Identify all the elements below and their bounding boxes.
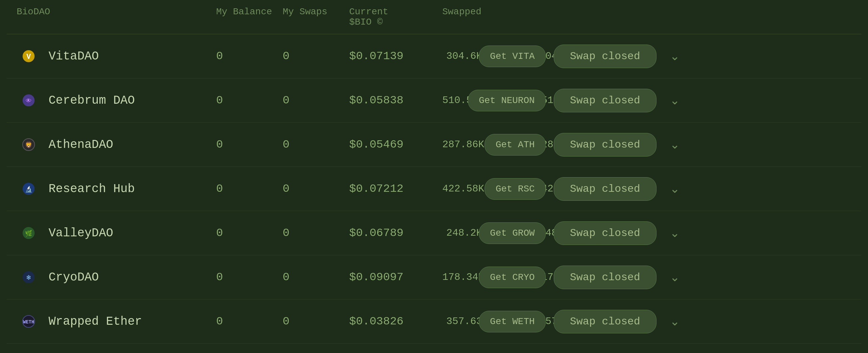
- expand-button-athenadao[interactable]: ⌄: [664, 135, 685, 154]
- svg-text:🔬: 🔬: [25, 186, 33, 193]
- swaps-valleydao: 0: [283, 227, 349, 239]
- table-row: 🌿 ValleyDAO 0 0 $0.06789 248.2K 248.2K G…: [7, 211, 861, 255]
- price-vitadao: $0.07139: [349, 50, 442, 63]
- balance-wrappedether: 0: [216, 315, 283, 328]
- header-actions: [592, 7, 685, 27]
- swapped-start-wrappedether: 357.63: [442, 316, 482, 327]
- svg-text:V: V: [26, 53, 31, 61]
- dao-name-researchhub: Research Hub: [49, 182, 135, 196]
- price-wrappedether: $0.03826: [349, 315, 442, 328]
- actions-cell-wrappedether: Get WETH Swap closed ⌄: [592, 310, 685, 333]
- dao-icon-researchhub: 🔬: [17, 177, 40, 201]
- dao-table: BioDAO My Balance My Swaps Current $BIO …: [0, 0, 868, 344]
- header-price: Current $BIO ©: [349, 7, 442, 27]
- balance-researchhub: 0: [216, 183, 283, 195]
- expand-button-valleydao[interactable]: ⌄: [664, 223, 685, 243]
- rows-container: V VitaDAO 0 0 $0.07139 304.6K 304.6K Get…: [7, 34, 861, 344]
- actions-cell-researchhub: Get RSC Swap closed ⌄: [592, 177, 685, 201]
- header-swapped: Swapped: [442, 7, 592, 27]
- price-researchhub: $0.07212: [349, 183, 442, 195]
- swap-closed-button-wrappedether[interactable]: Swap closed: [554, 310, 656, 333]
- swap-closed-button-cerebrumdao[interactable]: Swap closed: [554, 89, 656, 113]
- balance-athenadao: 0: [216, 138, 283, 151]
- swaps-athenadao: 0: [283, 138, 349, 151]
- get-button-researchhub[interactable]: Get RSC: [485, 178, 546, 200]
- dao-icon-vitadao: V: [17, 44, 40, 68]
- dao-cell-wrappedether: WETH Wrapped Ether: [17, 310, 216, 333]
- table-header: BioDAO My Balance My Swaps Current $BIO …: [7, 0, 861, 34]
- swap-closed-button-valleydao[interactable]: Swap closed: [554, 221, 656, 245]
- swap-closed-button-athenadao[interactable]: Swap closed: [554, 133, 656, 157]
- actions-cell-athenadao: Get ATH Swap closed ⌄: [592, 133, 685, 157]
- price-athenadao: $0.05469: [349, 138, 442, 151]
- dao-name-athenadao: AthenaDAO: [49, 138, 113, 152]
- actions-cell-cryodao: Get CRYO Swap closed ⌄: [592, 265, 685, 289]
- expand-button-researchhub[interactable]: ⌄: [664, 179, 685, 198]
- header-balance: My Balance: [216, 7, 283, 27]
- swapped-start-cryodao: 178.34K: [442, 271, 484, 283]
- dao-name-wrappedether: Wrapped Ether: [49, 315, 142, 328]
- dao-icon-cerebrumdao: 👁: [17, 88, 40, 113]
- dao-icon-cryodao: ❄: [17, 265, 40, 289]
- balance-cryodao: 0: [216, 271, 283, 284]
- swap-closed-button-vitadao[interactable]: Swap closed: [554, 44, 656, 68]
- expand-button-wrappedether[interactable]: ⌄: [664, 312, 685, 331]
- dao-name-valleydao: ValleyDAO: [49, 226, 113, 240]
- swap-closed-button-researchhub[interactable]: Swap closed: [554, 177, 656, 201]
- table-row: 👁 Cerebrum DAO 0 0 $0.05838 510.51M 510.…: [7, 78, 861, 123]
- dao-icon-athenadao: 🦁: [17, 133, 40, 157]
- table-row: V VitaDAO 0 0 $0.07139 304.6K 304.6K Get…: [7, 34, 861, 78]
- get-button-cerebrumdao[interactable]: Get NEURON: [468, 90, 546, 111]
- dao-cell-researchhub: 🔬 Research Hub: [17, 177, 216, 201]
- table-row: 🦁 AthenaDAO 0 0 $0.05469 287.86K 287.86K…: [7, 123, 861, 167]
- table-row: ❄ CryoDAO 0 0 $0.09097 178.34K 178.34K G…: [7, 255, 861, 299]
- dao-name-vitadao: VitaDAO: [49, 50, 99, 63]
- price-cryodao: $0.09097: [349, 271, 442, 284]
- swaps-researchhub: 0: [283, 183, 349, 195]
- header-swaps: My Swaps: [283, 7, 349, 27]
- get-button-athenadao[interactable]: Get ATH: [485, 134, 546, 156]
- table-row: WETH Wrapped Ether 0 0 $0.03826 357.63 3…: [7, 299, 861, 344]
- price-valleydao: $0.06789: [349, 227, 442, 239]
- swaps-cryodao: 0: [283, 271, 349, 284]
- dao-icon-wrappedether: WETH: [17, 310, 40, 333]
- balance-valleydao: 0: [216, 227, 283, 239]
- expand-button-cerebrumdao[interactable]: ⌄: [664, 91, 685, 110]
- expand-button-vitadao[interactable]: ⌄: [664, 46, 685, 66]
- dao-cell-athenadao: 🦁 AthenaDAO: [17, 133, 216, 157]
- swaps-vitadao: 0: [283, 50, 349, 63]
- swapped-start-valleydao: 248.2K: [442, 227, 482, 239]
- balance-cerebrumdao: 0: [216, 94, 283, 107]
- dao-cell-valleydao: 🌿 ValleyDAO: [17, 221, 216, 245]
- balance-vitadao: 0: [216, 50, 283, 63]
- get-button-valleydao[interactable]: Get GROW: [479, 222, 546, 244]
- swaps-cerebrumdao: 0: [283, 94, 349, 107]
- get-button-cryodao[interactable]: Get CRYO: [479, 266, 546, 288]
- header-expand: [685, 7, 851, 27]
- svg-text:❄: ❄: [26, 274, 31, 282]
- get-button-wrappedether[interactable]: Get WETH: [479, 311, 546, 332]
- swaps-wrappedether: 0: [283, 315, 349, 328]
- dao-icon-valleydao: 🌿: [17, 221, 40, 245]
- actions-cell-valleydao: Get GROW Swap closed ⌄: [592, 221, 685, 245]
- swapped-start-athenadao: 287.86K: [442, 139, 484, 150]
- svg-text:🦁: 🦁: [25, 141, 33, 149]
- actions-cell-vitadao: Get VITA Swap closed ⌄: [592, 44, 685, 68]
- dao-name-cryodao: CryoDAO: [49, 270, 99, 284]
- dao-cell-cryodao: ❄ CryoDAO: [17, 265, 216, 289]
- get-button-vitadao[interactable]: Get VITA: [479, 45, 546, 67]
- header-dao: BioDAO: [17, 7, 216, 27]
- dao-cell-vitadao: V VitaDAO: [17, 44, 216, 68]
- swapped-start-researchhub: 422.58K: [442, 183, 484, 194]
- table-row: 🔬 Research Hub 0 0 $0.07212 422.58K 422.…: [7, 167, 861, 211]
- price-cerebrumdao: $0.05838: [349, 94, 442, 107]
- swap-closed-button-cryodao[interactable]: Swap closed: [554, 265, 656, 289]
- svg-text:👁: 👁: [26, 98, 32, 104]
- svg-text:🌿: 🌿: [25, 230, 33, 237]
- actions-cell-cerebrumdao: Get NEURON Swap closed ⌄: [592, 89, 685, 113]
- svg-text:WETH: WETH: [23, 319, 34, 325]
- dao-name-cerebrumdao: Cerebrum DAO: [49, 94, 135, 107]
- expand-button-cryodao[interactable]: ⌄: [664, 267, 685, 287]
- swapped-start-vitadao: 304.6K: [442, 51, 482, 62]
- dao-cell-cerebrumdao: 👁 Cerebrum DAO: [17, 88, 216, 113]
